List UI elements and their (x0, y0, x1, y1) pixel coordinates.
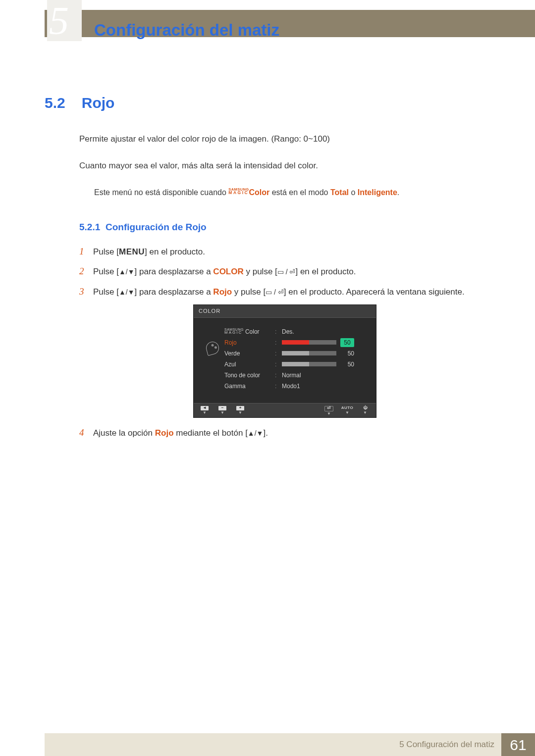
chevron-down-icon: ▼ (220, 411, 224, 415)
chevron-down-icon: ▼ (345, 411, 349, 415)
osd-label-text: Rojo (224, 338, 275, 347)
footer-breadcrumb: 5 Configuración del matiz (45, 733, 501, 756)
section-heading: 5.2 Rojo (45, 92, 490, 114)
section-paragraph-1: Permite ajustar el valor del color rojo … (79, 133, 490, 146)
menu-key: MENU (119, 247, 145, 256)
enter-icon: ▭ / ⏎ (277, 268, 296, 276)
nav-target-rojo: Rojo (213, 287, 232, 297)
step-number: 3 (79, 285, 93, 299)
arrow-up-down-icon: ▲/▼ (119, 288, 135, 296)
chevron-down-icon: ▼ (327, 412, 331, 416)
minus-icon: − (218, 406, 226, 410)
osd-power-button: ⏻▼ (361, 406, 369, 416)
osd-row-magic-color: SAMSUNGMAGICColor : Des. (224, 327, 369, 337)
power-icon: ⏻ (361, 406, 369, 410)
step-text: Pulse [▲/▼] para desplazarse a Rojo y pu… (93, 285, 490, 299)
note-color-word: Color (249, 188, 269, 197)
osd-auto-button: AUTO▼ (343, 406, 351, 416)
enter-icon: ⏎ (324, 406, 333, 411)
subsection-title: Configuración de Rojo (106, 222, 207, 232)
back-icon: ◄ (201, 406, 209, 410)
page-footer: 5 Configuración del matiz 61 (45, 733, 535, 756)
palette-icon (205, 340, 220, 356)
note-text: o (349, 188, 358, 197)
osd-label-text: Tono de color (224, 371, 275, 380)
section-title: Rojo (82, 95, 115, 111)
samsung-magic-logo: SAMSUNGMAGIC (228, 188, 249, 195)
step-1: 1 Pulse [MENU] en el producto. (79, 245, 490, 259)
subsection-heading: 5.2.1 Configuración de Rojo (79, 220, 490, 235)
note-text: está en el modo (269, 188, 330, 197)
arrow-up-down-icon: ▲/▼ (119, 268, 135, 276)
note-text: . (397, 188, 399, 197)
page-number: 61 (501, 733, 535, 756)
chevron-down-icon: ▼ (203, 411, 207, 415)
osd-label-text: Color (245, 328, 260, 335)
osd-enter-button: ⏎▼ (324, 406, 333, 416)
subsection-number: 5.2.1 (79, 222, 100, 232)
osd-row-verde: Verde : 50 (224, 349, 369, 358)
plus-icon: + (236, 406, 244, 410)
step-number: 1 (79, 245, 93, 259)
osd-slider-verde (282, 351, 336, 355)
availability-note: Este menú no está disponible cuando SAMS… (94, 187, 490, 199)
osd-minus-button: −▼ (218, 406, 226, 416)
osd-back-button: ◄▼ (201, 406, 209, 416)
osd-slider-rojo (282, 340, 336, 345)
osd-value: 50 (340, 360, 354, 369)
step-number: 2 (79, 264, 93, 279)
section-number: 5.2 (45, 92, 79, 114)
section-paragraph-2: Cuanto mayor sea el valor, más alta será… (79, 159, 490, 172)
step-3: 3 Pulse [▲/▼] para desplazarse a Rojo y … (79, 285, 490, 299)
step-text: Pulse [▲/▼] para desplazarse a COLOR y p… (93, 264, 490, 279)
osd-slider-azul (282, 362, 336, 366)
samsung-magic-logo: SAMSUNGMAGIC (224, 328, 244, 335)
step-text: Ajuste la opción Rojo mediante el botón … (93, 426, 490, 440)
osd-footer: ◄▼ −▼ +▼ ⏎▼ AUTO▼ ⏻▼ (194, 403, 376, 417)
nav-target-color: COLOR (213, 267, 243, 276)
note-mode-total: Total (330, 188, 349, 197)
osd-value: Normal (282, 371, 301, 380)
auto-label: AUTO (343, 406, 351, 410)
step-2: 2 Pulse [▲/▼] para desplazarse a COLOR y… (79, 264, 490, 279)
note-text: Este menú no está disponible cuando (94, 188, 228, 197)
osd-title: COLOR (194, 305, 376, 318)
osd-row-gamma: Gamma : Modo1 (224, 381, 369, 391)
osd-label-text: Azul (224, 360, 275, 369)
step-number: 4 (79, 426, 93, 440)
page-title: Configuración del matiz (94, 18, 279, 43)
osd-value: Modo1 (282, 382, 300, 391)
enter-icon: ▭ / ⏎ (266, 288, 284, 296)
osd-row-rojo: Rojo : 50 (224, 338, 369, 348)
chapter-number: 5 (47, 0, 82, 41)
option-rojo: Rojo (155, 428, 174, 438)
osd-value: 50 (340, 349, 354, 358)
osd-panel: COLOR SAMSUNGMAGICColor : Des. Rojo (193, 304, 376, 418)
chevron-down-icon: ▼ (363, 411, 367, 415)
osd-value: 50 (340, 338, 354, 347)
chevron-down-icon: ▼ (238, 411, 242, 415)
note-mode-inteligente: Inteligente (358, 188, 397, 197)
osd-value: Des. (282, 327, 294, 336)
osd-row-azul: Azul : 50 (224, 359, 369, 369)
osd-label-text: Verde (224, 349, 275, 358)
osd-label-text: Gamma (224, 382, 275, 391)
arrow-up-down-icon: ▲/▼ (248, 429, 264, 437)
step-4: 4 Ajuste la opción Rojo mediante el botó… (79, 426, 490, 440)
step-text: Pulse [MENU] en el producto. (93, 245, 490, 259)
osd-plus-button: +▼ (236, 406, 244, 416)
osd-row-tono: Tono de color : Normal (224, 370, 369, 380)
